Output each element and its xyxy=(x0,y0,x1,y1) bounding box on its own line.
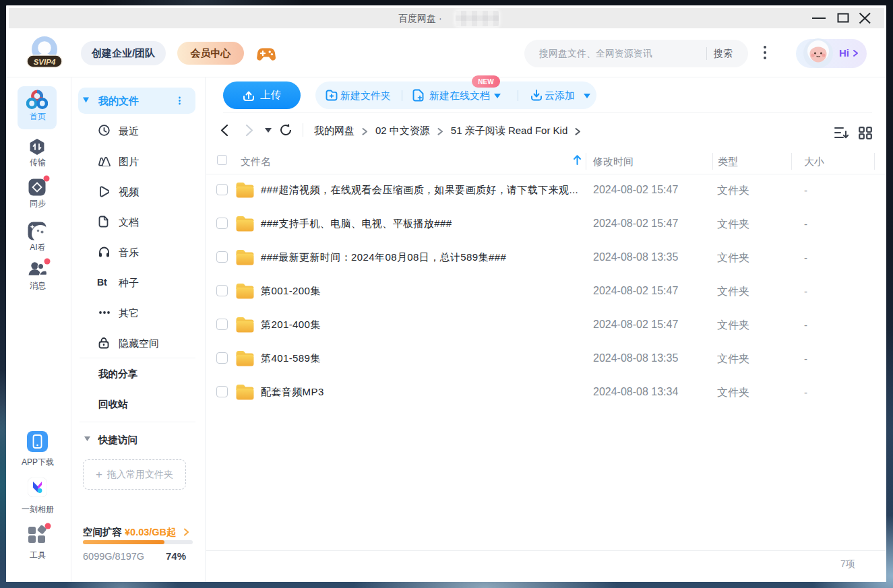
svg-text:SVIP4: SVIP4 xyxy=(34,58,56,66)
